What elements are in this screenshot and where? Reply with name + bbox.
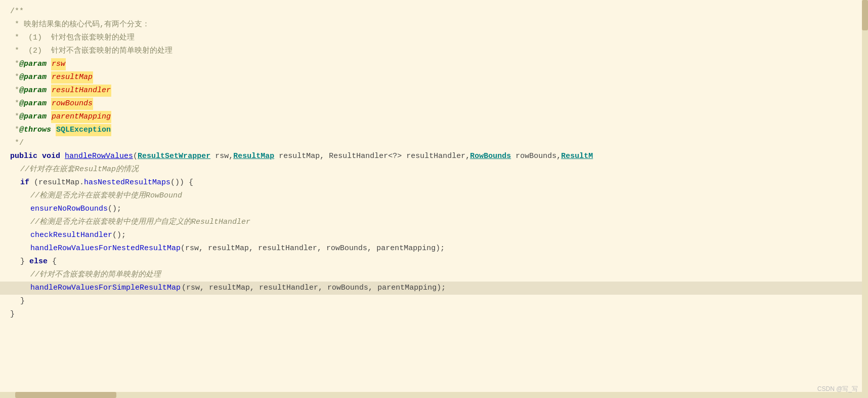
line-handlerowvaluesforsimpleresultmap: handleRowValuesForSimpleResultMap (rsw, …	[0, 282, 868, 295]
watermark: CSDN @写_写	[817, 384, 858, 394]
scrollbar-thumb-right[interactable]	[862, 0, 868, 30]
star-6: *	[10, 71, 19, 84]
comment-text-4: * (2) 针对不含嵌套映射的简单映射的处理	[10, 45, 172, 57]
keyword-if: if	[20, 177, 29, 189]
line-cn-comment1: //针对存在嵌套ResultMap的情况	[0, 163, 868, 176]
scrollbar-right[interactable]	[862, 0, 868, 398]
star-7: *	[10, 85, 19, 97]
keyword-void: void	[42, 150, 60, 163]
cn-comment-1: //针对存在嵌套ResultMap的情况	[20, 164, 139, 176]
line-comment2: * 映射结果集的核心代码,有两个分支：	[0, 18, 868, 31]
close-brace-1: }	[20, 295, 25, 307]
comment-close: */	[10, 137, 24, 149]
line-param-rsw: * @param rsw	[0, 58, 868, 71]
line-param-parentmapping: * @param parentMapping	[0, 110, 868, 124]
scrollbar-bottom[interactable]	[0, 392, 862, 398]
method-checkresulthandler: checkResultHandler	[30, 229, 112, 242]
param-tag-6: @param	[19, 71, 47, 84]
star-10: *	[10, 124, 19, 136]
star-9: *	[10, 111, 19, 123]
param-name-parentmapping: parentMapping	[51, 111, 111, 123]
param-name-rsw: rsw	[51, 58, 66, 70]
line-cn-comment4: //针对不含嵌套映射的简单映射的处理	[0, 268, 868, 282]
type-resultsetwrapper: ResultSetWrapper	[138, 150, 210, 163]
type-rowbounds: RowBounds	[470, 150, 511, 163]
scrollbar-thumb-bottom[interactable]	[15, 392, 116, 398]
line-if: if (resultMap. hasNestedResultMaps ()) {	[0, 176, 868, 189]
line-ensurenorowbounds: ensureNoRowBounds ();	[0, 203, 868, 216]
param-tag-7: @param	[19, 85, 47, 97]
line-close-brace1: }	[0, 295, 868, 308]
line-cn-comment3: //检测是否允许在嵌套映射中使用用户自定义的ResultHandler	[0, 216, 868, 229]
keyword-public: public	[10, 150, 37, 163]
line-cn-comment2: //检测是否允许在嵌套映射中使用RowBound	[0, 189, 868, 203]
param-name-resulthandler: resultHandler	[51, 85, 111, 97]
line-param-rowbounds: * @param rowBounds	[0, 97, 868, 110]
star-8: *	[10, 98, 19, 110]
exception-name: SQLException	[56, 124, 111, 136]
close-brace-2: }	[10, 308, 15, 321]
comment-text-3: * (1) 针对包含嵌套映射的处理	[10, 32, 135, 44]
comment-text-2: * 映射结果集的核心代码,有两个分支：	[10, 19, 150, 31]
line-else: } else {	[0, 255, 868, 268]
line-comment-close: */	[0, 137, 868, 150]
cn-comment-2: //检测是否允许在嵌套映射中使用RowBound	[30, 190, 182, 202]
comment-open: /**	[10, 6, 24, 18]
param-name-rowbounds: rowBounds	[51, 98, 93, 110]
line-handlerowvaluesfornestedresultmap: handleRowValuesForNestedResultMap (rsw, …	[0, 242, 868, 255]
cn-comment-4: //针对不含嵌套映射的简单映射的处理	[30, 269, 161, 281]
method-nested: handleRowValuesForNestedResultMap	[30, 243, 181, 255]
line-comment3: * (1) 针对包含嵌套映射的处理	[0, 31, 868, 45]
method-handlerowvalues: handleRowValues	[65, 150, 133, 163]
param-tag-9: @param	[19, 111, 47, 123]
code-container: /** * 映射结果集的核心代码,有两个分支： * (1) 针对包含嵌套映射的处…	[0, 0, 868, 398]
cn-comment-3: //检测是否允许在嵌套映射中使用用户自定义的ResultHandler	[30, 216, 250, 228]
line-close-brace2: }	[0, 308, 868, 321]
line-comment4: * (2) 针对不含嵌套映射的简单映射的处理	[0, 45, 868, 58]
type-resultm-end: ResultM	[561, 150, 593, 163]
method-hasnestedresultmaps: hasNestedResultMaps	[84, 177, 170, 189]
line-throws: * @throws SQLException	[0, 124, 868, 137]
method-simple: handleRowValuesForSimpleResultMap	[30, 282, 181, 294]
param-tag-5: @param	[19, 58, 47, 70]
param-name-resultmap: resultMap	[51, 71, 93, 84]
throws-tag: @throws	[19, 124, 51, 136]
type-resultmap: ResultMap	[233, 150, 274, 163]
keyword-else: else	[29, 256, 48, 268]
param-tag-8: @param	[19, 98, 47, 110]
line-param-resulthandler: * @param resultHandler	[0, 84, 868, 97]
method-ensurenorowbounds: ensureNoRowBounds	[30, 203, 108, 215]
line-checkresulthandler: checkResultHandler ();	[0, 229, 868, 242]
line-method-sig: public void handleRowValues ( ResultSetW…	[0, 150, 868, 163]
line-param-resultmap: * @param resultMap	[0, 71, 868, 84]
star-5: *	[10, 58, 19, 70]
line-comment-open: /**	[0, 5, 868, 18]
